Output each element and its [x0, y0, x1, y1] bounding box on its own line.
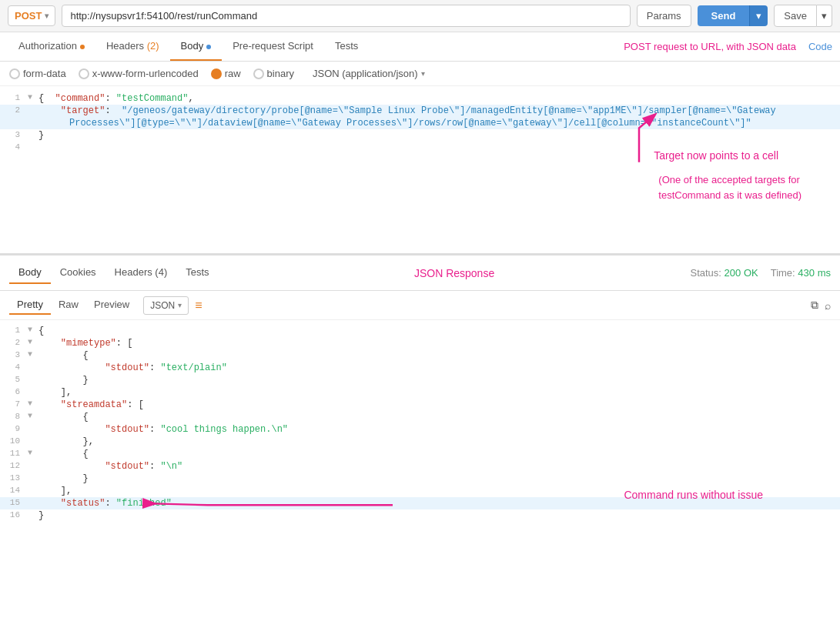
res-line-9: 9 "stdout": "cool things happen.\n"	[0, 423, 840, 436]
res-tab-headers[interactable]: Headers (4)	[105, 262, 177, 284]
response-tabs: Body Cookies Headers (4) Tests	[9, 262, 219, 284]
save-button-group: Save ▾	[774, 5, 832, 27]
res-tab-body[interactable]: Body	[9, 262, 51, 284]
code-link[interactable]: Code	[808, 41, 832, 52]
option-form-data[interactable]: form-data	[9, 68, 66, 79]
tab-authorization[interactable]: Authorization	[8, 32, 95, 61]
tab-headers[interactable]: Headers (2)	[95, 32, 170, 61]
res-line-6: 6 ],	[0, 386, 840, 399]
option-raw[interactable]: raw	[211, 68, 241, 79]
res-line-4: 4 "stdout": "text/plain"	[0, 362, 840, 374]
fmt-tab-pretty[interactable]: Pretty	[9, 296, 51, 315]
response-actions: ⧉ ⌕	[811, 299, 831, 312]
body-dot	[206, 45, 211, 49]
req-annotation-text2: (One of the accepted targets fortestComm…	[658, 172, 802, 202]
authorization-dot	[80, 45, 85, 49]
radio-urlencoded	[79, 68, 89, 79]
tab-tests[interactable]: Tests	[324, 32, 369, 61]
wrap-icon[interactable]: ≡	[195, 299, 202, 312]
res-tab-tests[interactable]: Tests	[176, 262, 218, 284]
params-button[interactable]: Params	[637, 5, 691, 27]
tab-prerequest[interactable]: Pre-request Script	[222, 32, 324, 61]
response-header: Body Cookies Headers (4) Tests JSON Resp…	[0, 256, 840, 291]
request-editor: 1 ▼ { "command": "testCommand", 2 "targe…	[0, 86, 840, 256]
res-line-13: 13 }	[0, 473, 840, 485]
req-line-2: 2 "target": "/geneos/gateway/directory/p…	[0, 105, 840, 117]
res-line-11: 11 ▼ {	[0, 448, 840, 460]
res-line-7: 7 ▼ "streamdata": [	[0, 399, 840, 411]
res-line-16: 16 }	[0, 509, 840, 522]
copy-button[interactable]: ⧉	[811, 299, 818, 312]
time-value: 430 ms	[798, 267, 831, 279]
format-chevron-icon: ▾	[421, 69, 425, 78]
tab-body[interactable]: Body	[170, 32, 223, 61]
save-button[interactable]: Save	[774, 5, 817, 27]
res-line-5: 5 }	[0, 374, 840, 386]
req-annotation-text1: Target now points to a cell	[654, 148, 778, 164]
status-value: 200 OK	[725, 267, 758, 279]
fmt-tab-raw[interactable]: Raw	[51, 296, 86, 315]
response-title: JSON Response	[414, 267, 494, 279]
send-button[interactable]: Send	[698, 5, 750, 26]
option-urlencoded[interactable]: x-www-form-urlencoded	[79, 68, 199, 79]
fmt-tab-preview[interactable]: Preview	[86, 296, 137, 315]
format-select[interactable]: JSON (application/json) ▾	[313, 68, 425, 79]
method-label: POST	[15, 10, 42, 22]
response-editor: 1 ▼ { 2 ▼ "mimetype": [ 3 ▼ { 4 "stdout"…	[0, 320, 840, 526]
top-bar: POST ▾ Params Send ▾ Save ▾	[0, 0, 840, 32]
res-line-1: 1 ▼ {	[0, 325, 840, 337]
url-input[interactable]	[62, 5, 630, 27]
response-format-bar: Pretty Raw Preview JSON ▾ ≡ ⧉ ⌕	[0, 291, 840, 320]
format-dropdown[interactable]: JSON ▾	[143, 296, 189, 315]
res-line-2: 2 ▼ "mimetype": [	[0, 337, 840, 349]
res-line-3: 3 ▼ {	[0, 349, 840, 362]
radio-form-data	[9, 68, 20, 79]
res-line-8: 8 ▼ {	[0, 411, 840, 423]
request-tabs: Authorization Headers (2) Body Pre-reque…	[0, 32, 840, 62]
res-line-12: 12 "stdout": "\n"	[0, 460, 840, 473]
method-chevron-icon: ▾	[45, 12, 49, 20]
option-binary[interactable]: binary	[253, 68, 294, 79]
format-json-chevron-icon: ▾	[178, 301, 182, 309]
req-line-3: 3 }	[0, 129, 840, 142]
res-annotation-text: Command runs without issue	[624, 487, 763, 503]
search-button[interactable]: ⌕	[825, 299, 831, 312]
radio-raw	[211, 68, 222, 79]
save-dropdown-button[interactable]: ▾	[817, 5, 832, 27]
send-dropdown-button[interactable]: ▾	[749, 5, 768, 26]
body-options: form-data x-www-form-urlencoded raw bina…	[0, 62, 840, 86]
req-line-1: 1 ▼ { "command": "testCommand",	[0, 92, 840, 105]
send-button-group: Send ▾	[698, 5, 768, 26]
request-annotation: POST request to URL, with JSON data	[624, 41, 796, 52]
req-line-2b: Processes\"][@type=\"\"]/dataview[@name=…	[0, 117, 840, 129]
res-line-10: 10 },	[0, 436, 840, 448]
method-select[interactable]: POST ▾	[8, 5, 55, 26]
radio-binary	[253, 68, 264, 79]
res-tab-cookies[interactable]: Cookies	[51, 262, 105, 284]
response-stats: Status: 200 OK Time: 430 ms	[691, 267, 831, 279]
